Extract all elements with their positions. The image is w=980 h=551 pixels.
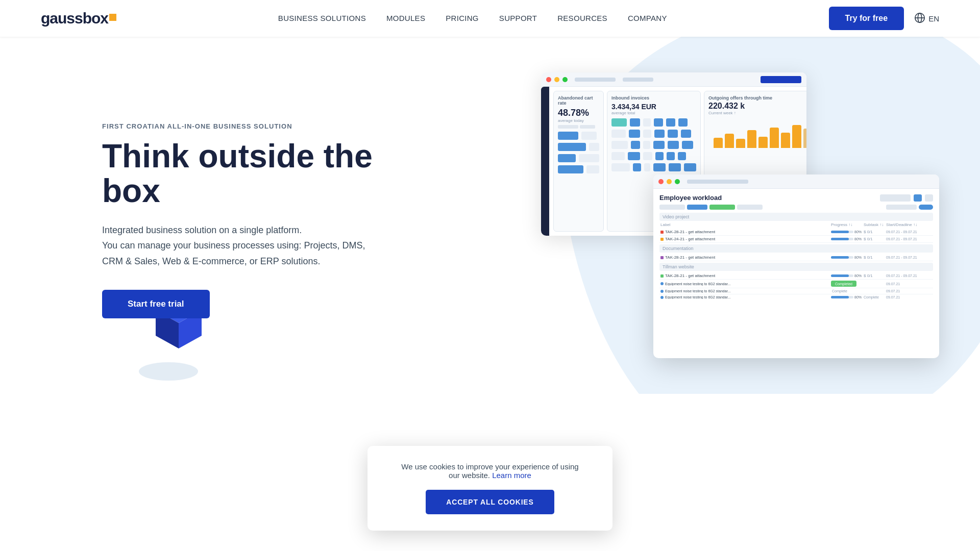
nav-item-pricing[interactable]: PRICING xyxy=(446,14,479,22)
ss-bar-chart xyxy=(708,117,806,148)
logo-box-icon xyxy=(109,14,116,21)
ss-chart-bar-7 xyxy=(781,133,790,148)
accept-cookies-button[interactable]: ACCEPT ALL COOKIES xyxy=(426,490,554,514)
ss-table-rows: TAK-28-21 - get attachment 80% $ 0/1 09.… xyxy=(659,229,933,300)
ss-front-dot-yellow xyxy=(667,179,672,184)
try-free-button[interactable]: Try for free xyxy=(829,7,904,30)
nav-item-company[interactable]: COMPANY xyxy=(628,14,667,22)
svg-point-6 xyxy=(139,362,198,381)
ss-row5-progress: Completed xyxy=(831,281,862,287)
ss-table-row-2: TAK-24-21 - get attachment 80% $ 0/1 09.… xyxy=(659,236,933,243)
ss-widget2-rows xyxy=(611,118,696,171)
decorative-diamond xyxy=(138,361,199,384)
lang-label: EN xyxy=(928,14,939,23)
hero-description: Integrated business solution on a single… xyxy=(102,222,388,269)
ss-row4-label: TAK-28-21 - get attachment xyxy=(660,273,829,278)
ss-row7-text: Equipment noise testing to 6G2 standar..… xyxy=(665,295,730,299)
ss-back-titlebar xyxy=(541,72,806,87)
ss-ibar-2f xyxy=(681,130,691,138)
ss-search-bar xyxy=(880,194,911,202)
ss-table-row-1: TAK-28-21 - get attachment 80% $ 0/1 09.… xyxy=(659,229,933,236)
ss-front-title: Employee workload xyxy=(659,194,722,202)
ss-ibar-4f xyxy=(678,152,686,160)
ss-table-row-7: Equipment noise testing to 6G2 standar..… xyxy=(659,294,933,300)
ss-irow-1 xyxy=(611,118,696,127)
cookie-banner: We use cookies to improve your experienc… xyxy=(368,446,612,531)
ss-dot-red xyxy=(546,77,551,82)
ss-row5-date: 09.07.21 xyxy=(886,282,932,286)
ss-row2-tag xyxy=(660,238,664,241)
ss-breadcrumb xyxy=(575,78,616,82)
ss-front-header: Employee workload xyxy=(659,194,933,202)
ss-table-row-4: TAK-28-21 - get attachment 80% $ 0/1 09.… xyxy=(659,272,933,280)
ss-bar-empty-1 xyxy=(581,132,597,140)
ss-ibar-3c xyxy=(643,141,650,149)
ss-row4-tag xyxy=(660,274,664,278)
hero-title: Think outside the box xyxy=(102,139,388,208)
ss-toggle xyxy=(919,205,933,210)
ss-table-row-6: Equipment noise testing to 6G2 standar..… xyxy=(659,288,933,294)
hero-content: FIRST CROATIAN ALL-IN-ONE BUSINESS SOLUT… xyxy=(102,122,388,318)
ss-bar-blue-4 xyxy=(558,165,583,173)
ss-group-header-1: Video project xyxy=(659,213,933,221)
ss-row2-date: 09.07.21 - 09.07.21 xyxy=(886,237,932,241)
ss-filter-chip-4 xyxy=(737,205,763,210)
ss-widget1-rows xyxy=(558,132,599,173)
ss-bar-empty-4 xyxy=(586,165,599,173)
ss-row2-subtask: $ 0/1 xyxy=(864,237,884,241)
cookie-message: We use cookies to improve your experienc… xyxy=(398,462,582,480)
ss-chart-bar-4 xyxy=(747,130,756,148)
ss-widget1-filters xyxy=(558,125,599,129)
logo-text: gaussbox xyxy=(41,10,108,27)
ss-row3-progress: 80% xyxy=(831,256,862,259)
ss-title-bar-text xyxy=(623,78,653,82)
globe-icon xyxy=(914,12,925,25)
ss-ibar-5a xyxy=(611,163,630,171)
ss-data-row-2 xyxy=(558,143,599,151)
ss-row1-date: 09.07.21 - 09.07.21 xyxy=(886,230,932,234)
logo[interactable]: gaussbox xyxy=(41,10,116,27)
nav-item-modules[interactable]: MODULES xyxy=(386,14,425,22)
ss-row6-progress: Complete xyxy=(831,289,862,293)
ss-ibar-5b xyxy=(633,163,641,171)
ss-col-subtask: Subtask ↑↓ xyxy=(864,222,884,227)
ss-ibar-2b xyxy=(629,130,640,138)
ss-ibar-2a xyxy=(611,130,626,138)
ss-bar-empty-3 xyxy=(579,154,599,162)
ss-widget2-title: Inbound invoices xyxy=(611,95,696,101)
ss-download-btn xyxy=(761,76,801,83)
ss-widget1-sub: average today xyxy=(558,118,599,123)
ss-filter-1 xyxy=(558,125,578,129)
diamond-svg xyxy=(138,361,199,382)
cookie-learn-more[interactable]: Learn more xyxy=(492,471,531,480)
ss-ibar-3f xyxy=(682,141,693,149)
ss-group-header-2: Documentation xyxy=(659,244,933,253)
start-free-trial-button[interactable]: Start free trial xyxy=(102,290,210,318)
nav-links: BUSINESS SOLUTIONS MODULES PRICING SUPPO… xyxy=(278,14,667,23)
ss-row7-label: Equipment noise testing to 6G2 standar..… xyxy=(660,295,829,299)
ss-dot-green xyxy=(562,77,568,82)
ss-row4-progress: 80% xyxy=(831,274,862,278)
nav-right: Try for free EN xyxy=(829,7,939,30)
ss-front-dot-red xyxy=(658,179,664,184)
ss-row5-label: Equipment noise testing to 6G2 standar..… xyxy=(660,282,829,286)
ss-ibar-5e xyxy=(669,163,681,171)
ss-row4-subtask: $ 0/1 xyxy=(864,273,884,278)
ss-row1-progress: 80% xyxy=(831,230,862,234)
nav-item-business-solutions[interactable]: BUSINESS SOLUTIONS xyxy=(278,14,366,22)
ss-ibar-4a xyxy=(611,152,625,160)
ss-front-dot-green xyxy=(675,179,680,184)
ss-ibar-1e xyxy=(666,118,675,127)
ss-dot-yellow xyxy=(554,77,559,82)
ss-ibar-1a xyxy=(611,118,627,127)
language-selector[interactable]: EN xyxy=(914,12,939,25)
ss-row7-progress: 80% xyxy=(831,295,862,299)
ss-data-row-1 xyxy=(558,132,599,140)
nav-item-resources[interactable]: RESOURCES xyxy=(557,14,607,22)
ss-irow-5 xyxy=(611,163,696,171)
ss-row2-progress: 80% xyxy=(831,237,862,241)
ss-chart-bar-2 xyxy=(725,134,734,148)
ss-row4-date: 09.07.21 - 09.07.21 xyxy=(886,274,932,278)
nav-item-support[interactable]: SUPPORT xyxy=(499,14,537,22)
screenshot-front: Employee workload xyxy=(653,174,939,358)
